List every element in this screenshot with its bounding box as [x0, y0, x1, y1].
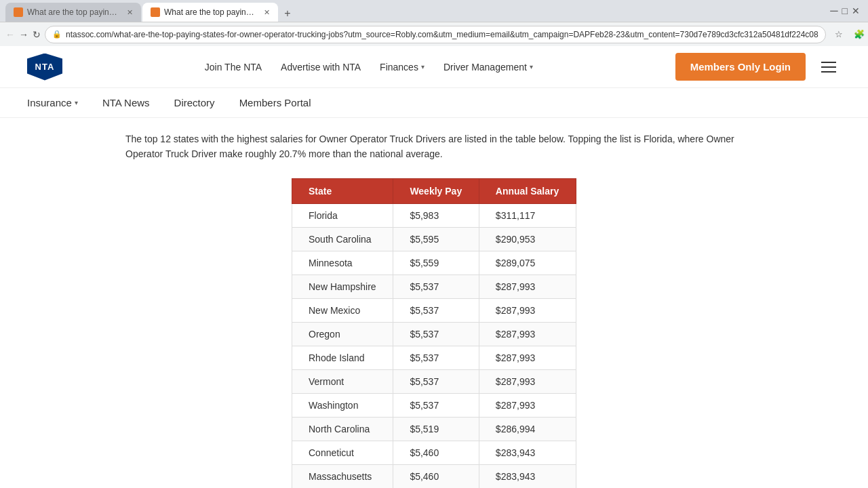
table-cell-annual_salary-4: $287,993	[479, 298, 576, 322]
table-cell-annual_salary-3: $287,993	[479, 274, 576, 298]
table-cell-state-8: Washington	[292, 393, 393, 417]
table-cell-weekly_pay-6: $5,537	[393, 346, 479, 369]
nav-directory[interactable]: Directory	[174, 97, 215, 108]
table-cell-annual_salary-2: $289,075	[479, 251, 576, 274]
table-row: Washington$5,537$287,993	[292, 393, 576, 417]
table-cell-weekly_pay-3: $5,537	[393, 274, 479, 298]
table-cell-annual_salary-6: $287,993	[479, 346, 576, 369]
nav-driver-management[interactable]: Driver Management ▾	[443, 62, 533, 73]
main-content: The top 12 states with the highest salar…	[0, 118, 868, 488]
table-cell-state-2: Minnesota	[292, 251, 393, 274]
site-header: NTA Join The NTA Advertise with NTA Fina…	[0, 46, 868, 88]
logo-text: NTA	[35, 62, 55, 72]
bookmark-button[interactable]: ☆	[830, 26, 848, 43]
nav-members-portal[interactable]: Members Portal	[239, 97, 311, 108]
hamburger-line-2	[821, 66, 836, 68]
table-row: Minnesota$5,559$289,075	[292, 251, 576, 274]
nav-finances[interactable]: Finances ▾	[380, 62, 425, 73]
browser-tab-2[interactable]: What are the top paying states... ✕	[142, 3, 278, 22]
browser-window: What are the top paying states... ✕ What…	[0, 0, 868, 46]
secondary-nav: Insurance ▾ NTA News Directory Members P…	[0, 88, 868, 118]
table-cell-state-10: Conneticut	[292, 441, 393, 464]
insurance-arrow: ▾	[75, 99, 78, 106]
table-body: Florida$5,983$311,117South Carolina$5,59…	[292, 203, 576, 488]
page-content: NTA Join The NTA Advertise with NTA Fina…	[0, 46, 868, 488]
table-row: New Mexico$5,537$287,993	[292, 298, 576, 322]
tab2-close[interactable]: ✕	[264, 8, 270, 17]
table-cell-state-1: South Carolina	[292, 227, 393, 251]
main-nav: Join The NTA Advertise with NTA Finances…	[205, 62, 533, 73]
browser-tabs: What are the top paying states... ✕ What…	[5, 0, 296, 22]
table-row: North Carolina$5,519$286,994	[292, 417, 576, 441]
logo-shield: NTA	[27, 54, 62, 81]
logo-area[interactable]: NTA	[27, 54, 62, 81]
table-cell-annual_salary-9: $286,994	[479, 417, 576, 441]
refresh-button[interactable]: ↻	[33, 26, 41, 43]
table-cell-state-3: New Hampshire	[292, 274, 393, 298]
table-row: Massachusetts$5,460$283,943	[292, 464, 576, 488]
table-row: New Hampshire$5,537$287,993	[292, 274, 576, 298]
table-cell-weekly_pay-1: $5,595	[393, 227, 479, 251]
table-cell-weekly_pay-5: $5,537	[393, 322, 479, 346]
forward-button[interactable]: →	[19, 26, 28, 43]
table-row: Oregon$5,537$287,993	[292, 322, 576, 346]
extensions-button[interactable]: 🧩	[850, 26, 868, 43]
hamburger-button[interactable]	[816, 55, 841, 79]
table-cell-state-5: Oregon	[292, 322, 393, 346]
maximize-button[interactable]: □	[842, 5, 848, 16]
table-cell-state-7: Vermont	[292, 369, 393, 393]
table-cell-state-4: New Mexico	[292, 298, 393, 322]
tab1-title: What are the top paying states...	[27, 7, 120, 17]
finances-arrow: ▾	[421, 63, 425, 70]
tab2-title: What are the top paying states...	[164, 7, 257, 17]
table-cell-annual_salary-10: $283,943	[479, 441, 576, 464]
back-button[interactable]: ←	[5, 26, 15, 43]
toolbar-actions: ☆ 🧩 👤 ⋮	[830, 26, 868, 43]
members-login-button[interactable]: Members Only Login	[675, 53, 806, 81]
table-cell-state-6: Rhode Island	[292, 346, 393, 369]
table-cell-annual_salary-5: $287,993	[479, 322, 576, 346]
nav-advertise[interactable]: Advertise with NTA	[281, 62, 361, 73]
table-cell-weekly_pay-8: $5,537	[393, 393, 479, 417]
table-row: Florida$5,983$311,117	[292, 203, 576, 227]
tab2-favicon	[151, 7, 160, 17]
table-cell-weekly_pay-7: $5,537	[393, 369, 479, 393]
table-row: Vermont$5,537$287,993	[292, 369, 576, 393]
table-cell-state-0: Florida	[292, 203, 393, 227]
salary-table: State Weekly Pay Annual Salary Florida$5…	[292, 178, 576, 488]
table-cell-annual_salary-8: $287,993	[479, 393, 576, 417]
hamburger-line-3	[821, 71, 836, 73]
header-right: Members Only Login	[675, 53, 841, 81]
table-cell-weekly_pay-10: $5,460	[393, 441, 479, 464]
driver-mgmt-arrow: ▾	[530, 63, 533, 70]
table-cell-state-11: Massachusetts	[292, 464, 393, 488]
tab1-close[interactable]: ✕	[127, 8, 133, 17]
table-cell-weekly_pay-4: $5,537	[393, 298, 479, 322]
col-state-header: State	[292, 178, 393, 203]
col-weekly-pay-header: Weekly Pay	[393, 178, 479, 203]
address-text: ntassoc.com/what-are-the-top-paying-stat…	[66, 30, 818, 39]
table-cell-weekly_pay-0: $5,983	[393, 203, 479, 227]
close-window-button[interactable]: ✕	[852, 5, 860, 16]
nav-nta-news[interactable]: NTA News	[102, 97, 150, 108]
browser-tab-1[interactable]: What are the top paying states... ✕	[5, 3, 141, 22]
new-tab-button[interactable]: +	[279, 5, 296, 22]
logo-badge: NTA	[27, 54, 62, 81]
table-cell-annual_salary-0: $311,117	[479, 203, 576, 227]
nav-join-nta[interactable]: Join The NTA	[205, 62, 262, 73]
table-cell-weekly_pay-11: $5,460	[393, 464, 479, 488]
lock-icon: 🔒	[52, 30, 62, 39]
browser-titlebar: What are the top paying states... ✕ What…	[0, 0, 868, 22]
table-row: Rhode Island$5,537$287,993	[292, 346, 576, 369]
table-row: South Carolina$5,595$290,953	[292, 227, 576, 251]
table-cell-weekly_pay-2: $5,559	[393, 251, 479, 274]
table-cell-annual_salary-1: $290,953	[479, 227, 576, 251]
minimize-button[interactable]: ─	[830, 5, 837, 17]
table-row: Conneticut$5,460$283,943	[292, 441, 576, 464]
table-cell-annual_salary-7: $287,993	[479, 369, 576, 393]
table-cell-annual_salary-11: $283,943	[479, 464, 576, 488]
intro-paragraph: The top 12 states with the highest salar…	[125, 131, 743, 162]
address-bar[interactable]: 🔒 ntassoc.com/what-are-the-top-paying-st…	[45, 26, 826, 43]
nav-insurance[interactable]: Insurance ▾	[27, 97, 78, 108]
browser-toolbar: ← → ↻ 🔒 ntassoc.com/what-are-the-top-pay…	[0, 22, 868, 46]
